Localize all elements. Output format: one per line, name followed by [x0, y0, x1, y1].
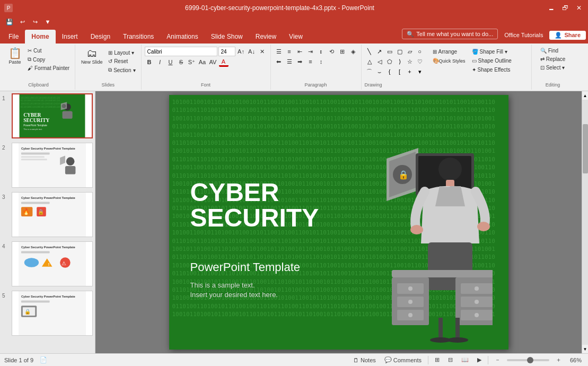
minimize-button[interactable]: 🗕: [547, 3, 556, 13]
shape-snip[interactable]: ▱: [405, 47, 415, 56]
shape-effects-button[interactable]: ✦ Shape Effects: [470, 66, 528, 74]
layout-button[interactable]: ⊞ Layout ▾: [106, 49, 137, 57]
replace-button[interactable]: ⇄ Replace: [538, 55, 568, 63]
slide-thumb-5[interactable]: 5 Cyber Security PowerPoint Template 🔒: [2, 291, 93, 336]
align-text-button[interactable]: ⊞: [338, 47, 347, 56]
shape-rect[interactable]: ▭: [385, 47, 394, 56]
shape-chevron[interactable]: ⟩: [395, 57, 405, 66]
shape-brace[interactable]: {: [385, 67, 394, 76]
tab-view[interactable]: View: [283, 30, 309, 43]
customize-qat-button[interactable]: ▼: [42, 17, 53, 27]
shape-more[interactable]: ▾: [415, 67, 425, 76]
undo-button[interactable]: ↩: [17, 17, 28, 27]
comments-button[interactable]: 💬 Comments: [382, 356, 424, 364]
shape-bracket[interactable]: [: [395, 67, 405, 76]
tab-review[interactable]: Review: [249, 30, 283, 43]
change-case-button[interactable]: Aa: [198, 57, 207, 67]
cut-button[interactable]: ✂ Cut: [25, 47, 72, 55]
increase-font-button[interactable]: A↑: [236, 47, 246, 56]
save-button[interactable]: 💾: [4, 17, 15, 27]
tell-me-search[interactable]: 🔍 Tell me what you want to do...: [402, 29, 498, 39]
shape-triangle[interactable]: △: [365, 57, 374, 66]
tab-design[interactable]: Design: [84, 30, 117, 43]
line-spacing-button[interactable]: ↕: [317, 57, 326, 66]
slide-thumb-3[interactable]: 3 Cyber Security PowerPoint Template 🔥 🔒: [2, 192, 93, 237]
italic-button[interactable]: I: [155, 57, 165, 67]
paste-button[interactable]: 📋 Paste: [5, 47, 24, 66]
office-tutorials-link[interactable]: Office Tutorials: [500, 31, 547, 39]
bold-button[interactable]: B: [145, 57, 154, 67]
tab-transitions[interactable]: Transitions: [117, 30, 160, 43]
zoom-slider[interactable]: [507, 359, 549, 361]
find-button[interactable]: 🔍 Find: [538, 47, 568, 55]
quick-styles-button[interactable]: 🎨 Quick Styles: [431, 57, 468, 65]
tab-home[interactable]: Home: [25, 30, 55, 43]
new-slide-button[interactable]: 🗂 New Slide: [78, 47, 105, 66]
text-direction-button[interactable]: ⟲: [327, 47, 337, 56]
smartart-button[interactable]: ◈: [348, 47, 358, 56]
zoom-level[interactable]: 66%: [568, 356, 584, 364]
arrange-button[interactable]: ⊞ Arrange: [431, 48, 468, 56]
share-button[interactable]: 👤 Share: [549, 31, 586, 40]
slide-thumb-1[interactable]: 1 10100110010110100101010110 01101001101…: [2, 93, 93, 138]
scroll-thumb[interactable]: [583, 124, 588, 173]
normal-view-button[interactable]: ⊞: [433, 356, 442, 364]
decrease-indent-button[interactable]: ⇤: [295, 47, 305, 56]
bullets-button[interactable]: ☰: [274, 47, 284, 56]
copy-button[interactable]: ⧉ Copy: [25, 55, 72, 64]
slideshow-button[interactable]: ▶: [475, 356, 484, 364]
section-button[interactable]: ⧉ Section ▾: [106, 66, 137, 74]
shape-heart[interactable]: ♡: [415, 57, 425, 66]
strikethrough-button[interactable]: S: [177, 57, 186, 67]
select-button[interactable]: ⊡ Select ▾: [538, 64, 568, 72]
shape-plus[interactable]: +: [405, 67, 415, 76]
shape-line[interactable]: ╲: [365, 47, 374, 56]
slide-panel-scroll[interactable]: 1 10100110010110100101010110 01101001101…: [2, 93, 93, 351]
vertical-scrollbar[interactable]: ▲ ▼: [582, 91, 588, 353]
tab-animations[interactable]: Animations: [160, 30, 204, 43]
shape-arc[interactable]: ⌒: [365, 67, 374, 76]
tab-insert[interactable]: Insert: [56, 30, 84, 43]
tab-slideshow[interactable]: Slide Show: [205, 30, 249, 43]
clear-format-button[interactable]: ✕: [258, 47, 267, 56]
reset-button[interactable]: ↺ Reset: [106, 57, 137, 65]
shape-arrow[interactable]: ↗: [375, 47, 384, 56]
scroll-down-button[interactable]: ▼: [582, 345, 589, 353]
shape-rtriangle[interactable]: ◁: [375, 57, 384, 66]
slide-thumb-4[interactable]: 4 Cyber Security PowerPoint Template ! ⚠: [2, 241, 93, 286]
align-center-button[interactable]: ☰: [285, 57, 294, 66]
justify-button[interactable]: ≡: [306, 57, 315, 66]
main-slide-canvas[interactable]: 1010011001011010010100101011001010011001…: [169, 95, 508, 350]
shape-oval[interactable]: ○: [415, 47, 425, 56]
close-button[interactable]: ✕: [574, 3, 584, 13]
tab-file[interactable]: File: [2, 30, 25, 43]
underline-button[interactable]: U: [166, 57, 175, 67]
shape-outline-button[interactable]: ▭ Shape Outline: [470, 57, 528, 65]
notes-button[interactable]: 🗒 Notes: [351, 356, 378, 364]
zoom-in-button[interactable]: ＋: [554, 355, 564, 364]
align-right-button[interactable]: ➡: [295, 57, 305, 66]
redo-button[interactable]: ↪: [30, 17, 40, 27]
text-shadow-button[interactable]: S⁺: [187, 57, 197, 67]
slide-sorter-button[interactable]: ⊟: [446, 356, 455, 364]
restore-button[interactable]: 🗗: [560, 3, 570, 13]
shape-pentagon[interactable]: ⬠: [385, 57, 394, 66]
font-name-input[interactable]: [145, 47, 217, 56]
shape-bend[interactable]: ⌣: [375, 67, 384, 76]
reading-view-button[interactable]: 📖: [459, 356, 471, 364]
align-left-button[interactable]: ⬅: [274, 57, 284, 66]
zoom-out-button[interactable]: －: [493, 355, 503, 364]
shape-rounded-rect[interactable]: ▢: [395, 47, 405, 56]
slide-thumb-2[interactable]: 2 Cyber Security PowerPoint Template: [2, 143, 93, 188]
slide-outline-icon[interactable]: 📄: [40, 356, 47, 363]
font-color-button[interactable]: A: [219, 57, 229, 67]
shape-star[interactable]: ☆: [405, 57, 415, 66]
shape-fill-button[interactable]: 🪣 Shape Fill ▾: [470, 48, 528, 56]
character-spacing-button[interactable]: AV: [208, 57, 218, 67]
decrease-font-button[interactable]: A↓: [247, 47, 257, 56]
numbering-button[interactable]: ≡: [285, 47, 294, 56]
font-size-input[interactable]: [218, 47, 235, 56]
scroll-up-button[interactable]: ▲: [582, 91, 589, 100]
format-painter-button[interactable]: 🖌 Format Painter: [25, 64, 72, 72]
increase-indent-button[interactable]: ⇥: [306, 47, 315, 56]
